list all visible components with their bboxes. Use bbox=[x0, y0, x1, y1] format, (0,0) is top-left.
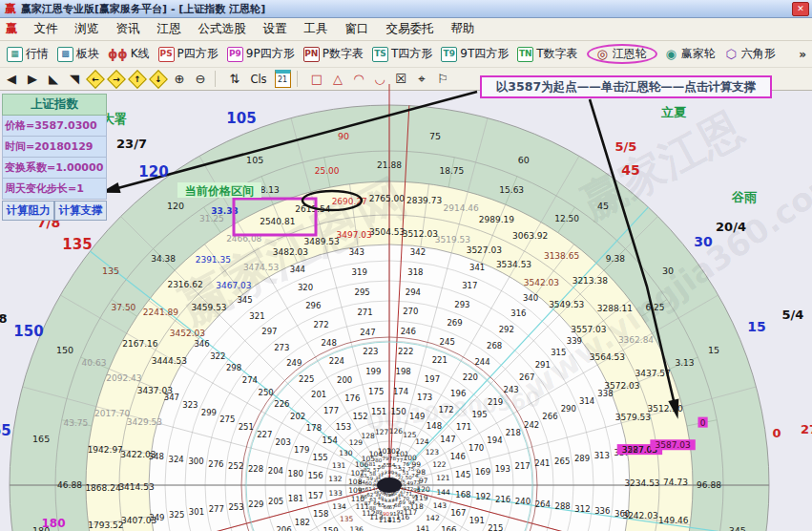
price-outer-value: 74.73 bbox=[663, 478, 688, 487]
gann-wheel-app: { "window": { "title": "赢家江恩专业版[赢家服务平台] … bbox=[0, 0, 812, 531]
int-value: 298 bbox=[226, 363, 241, 372]
int-value: 121 bbox=[436, 474, 450, 482]
int-value: 206 bbox=[276, 525, 291, 531]
int-value: 197 bbox=[425, 374, 440, 384]
price-inner-value: 3437.03 bbox=[137, 386, 173, 395]
int-value: 273 bbox=[274, 343, 289, 352]
int-value: 314 bbox=[579, 396, 594, 406]
percent-value: 34.38 bbox=[151, 254, 176, 264]
calc-button-1[interactable]: 计算支撑 bbox=[54, 201, 107, 221]
int-value: 141 bbox=[416, 524, 430, 531]
int-value: 135 bbox=[340, 515, 354, 523]
panel-field-1: 时间=20180129 bbox=[2, 137, 107, 158]
int-value: 292 bbox=[499, 325, 514, 334]
int-value: 181 bbox=[288, 494, 303, 503]
int-value: 346 bbox=[194, 339, 209, 349]
percent-value: 37.50 bbox=[112, 303, 136, 312]
price-outer-value: 2839.73 bbox=[406, 196, 442, 205]
price-outer-value: 2989.19 bbox=[479, 215, 514, 224]
price-inner-value: 3444.53 bbox=[152, 356, 187, 366]
int-value: 143 bbox=[433, 501, 448, 510]
int-value: 270 bbox=[403, 307, 418, 316]
int-value: 271 bbox=[357, 308, 372, 317]
price-inner-value: 3497.03 bbox=[337, 230, 372, 240]
wheel-outer-label-5/5: 5/5 bbox=[615, 139, 637, 154]
deg-value: 150 bbox=[56, 345, 73, 355]
price-outer-value: 2316.62 bbox=[167, 280, 202, 289]
int-value: 192 bbox=[475, 492, 490, 501]
int-value: 219 bbox=[488, 397, 503, 407]
price-inner-value: 3489.53 bbox=[304, 237, 340, 246]
wheel-outer-label-0: 0 bbox=[772, 426, 781, 440]
int-value: 157 bbox=[308, 491, 323, 500]
int-value: 202 bbox=[290, 412, 305, 421]
int-value: 246 bbox=[401, 327, 416, 336]
percent-value: 21.88 bbox=[377, 160, 402, 170]
int-value: 224 bbox=[329, 356, 344, 366]
int-value: 156 bbox=[307, 471, 323, 480]
int-value: 151 bbox=[371, 407, 386, 416]
price-inner-value: 3549.53 bbox=[549, 300, 584, 309]
int-value: 265 bbox=[554, 457, 570, 466]
int-value: 268 bbox=[487, 341, 502, 350]
wheel-outer-label-15: 15 bbox=[747, 319, 765, 334]
int-value: 98 bbox=[416, 468, 426, 477]
int-value: 339 bbox=[567, 336, 582, 346]
int-value: 127 bbox=[375, 428, 389, 436]
int-value: 266 bbox=[542, 412, 557, 421]
int-value: 97 bbox=[419, 477, 428, 485]
int-value: 222 bbox=[398, 347, 413, 356]
int-value: 152 bbox=[352, 412, 367, 421]
price-outer-value: 2914.46 bbox=[444, 203, 479, 213]
int-value: 342 bbox=[410, 247, 426, 257]
price-outer-value: 3288.11 bbox=[597, 304, 633, 313]
int-value: 272 bbox=[313, 320, 328, 329]
int-value: 154 bbox=[323, 435, 338, 445]
int-value: 227 bbox=[257, 430, 272, 439]
deg-value: 165 bbox=[32, 434, 50, 444]
int-value: 134 bbox=[332, 502, 346, 511]
int-value: 167 bbox=[450, 508, 466, 518]
wheel-outer-label-30: 30 bbox=[694, 234, 712, 249]
price-outer-value: 3213.38 bbox=[573, 276, 608, 286]
int-value: 166 bbox=[441, 525, 456, 531]
deg-value: 120 bbox=[167, 201, 184, 211]
int-value: 107 bbox=[350, 469, 364, 478]
price-inner-value: 3512.03 bbox=[403, 229, 438, 239]
percent-value: 43.75 bbox=[64, 418, 89, 428]
percent-value: 40.63 bbox=[82, 358, 107, 368]
deg-value: 345 bbox=[729, 525, 746, 531]
int-value: 126 bbox=[389, 427, 404, 435]
int-value: 72 bbox=[406, 486, 413, 492]
int-value: 158 bbox=[313, 509, 328, 519]
int-value: 215 bbox=[488, 523, 503, 531]
price-outer-value: 3587.03 bbox=[655, 440, 690, 450]
index-info-panel: 上证指数 价格=3587.0300时间=20180129变换系数=1.00000… bbox=[2, 94, 107, 221]
int-value: 241 bbox=[534, 458, 550, 468]
price-outer-value: 2765.00 bbox=[369, 194, 405, 203]
int-value: 170 bbox=[468, 443, 484, 453]
price-outer-value: 2017.70 bbox=[94, 409, 130, 418]
price-inner-value: 3422.03 bbox=[120, 450, 156, 459]
instruction-callout: 以3587为起点——单击江恩轮——点击计算支撑 bbox=[480, 75, 772, 98]
price-inner-value: 3579.53 bbox=[615, 413, 651, 422]
int-value: 291 bbox=[535, 360, 551, 370]
price-outer-value: 149.46 bbox=[658, 516, 689, 525]
price-outer-value: 2540.81 bbox=[260, 217, 295, 226]
int-value: 179 bbox=[294, 445, 309, 455]
price-outer-value: 1793.52 bbox=[88, 520, 123, 530]
deg-value: 15 bbox=[708, 345, 719, 355]
int-value: 249 bbox=[286, 358, 302, 368]
percent-value: 0 bbox=[700, 418, 706, 428]
int-value: 242 bbox=[524, 420, 539, 430]
deg-value: 105 bbox=[246, 155, 263, 165]
int-value: 277 bbox=[209, 504, 224, 514]
int-value: 124 bbox=[415, 437, 429, 446]
price-outer-value: 3138.65 bbox=[544, 251, 579, 261]
int-value: 316 bbox=[510, 308, 526, 318]
int-value: 226 bbox=[274, 399, 289, 409]
price-outer-value: 3362.84 bbox=[618, 335, 654, 345]
calc-button-0[interactable]: 计算阻力 bbox=[2, 201, 54, 221]
int-value: 153 bbox=[336, 422, 351, 432]
wheel-outer-label-谷雨: 谷雨 bbox=[732, 189, 757, 206]
